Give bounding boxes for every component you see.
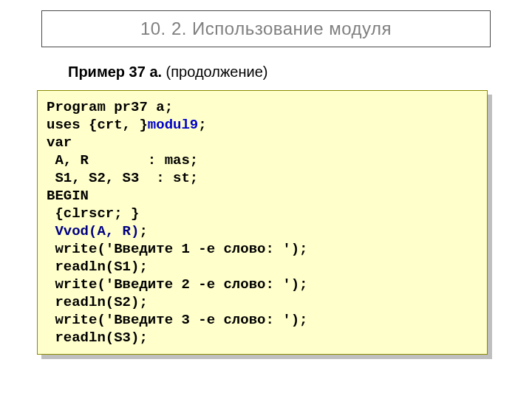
code-line: {clrscr; } [47, 205, 139, 222]
subtitle: Пример 37 а. (продолжение) [68, 64, 267, 81]
code-call: Vvod(A, R) [55, 223, 139, 239]
code-line: write('Введите 1 -е слово: '); [47, 241, 307, 257]
code-line: BEGIN [47, 188, 89, 204]
subtitle-bold: Пример 37 а. [68, 64, 162, 80]
code-line: write('Введите 3 -е слово: '); [47, 312, 307, 328]
code-line: uses {crt, } [47, 117, 148, 133]
code-line: S1, S2, S3 : st; [47, 170, 198, 186]
code-line: write('Введите 2 -е слово: '); [47, 276, 307, 293]
page-title: 10. 2. Использование модуля [140, 18, 392, 39]
code-line: readln(S1); [47, 259, 148, 275]
code-line: ; [139, 223, 147, 239]
subtitle-normal: (продолжение) [162, 64, 267, 80]
code-line: A, R : mas; [47, 152, 198, 168]
code-line: ; [198, 117, 206, 133]
code-line: readln(S3); [47, 330, 148, 346]
code-line [47, 223, 55, 239]
code-line: readln(S2); [47, 294, 148, 310]
code-block: Program pr37 a; uses {crt, }modul9; var … [37, 90, 488, 355]
title-container: 10. 2. Использование модуля [41, 10, 491, 47]
code-line: Program pr37 a; [47, 99, 173, 115]
code-line: var [47, 134, 72, 151]
code-keyword: modul9 [148, 117, 198, 133]
